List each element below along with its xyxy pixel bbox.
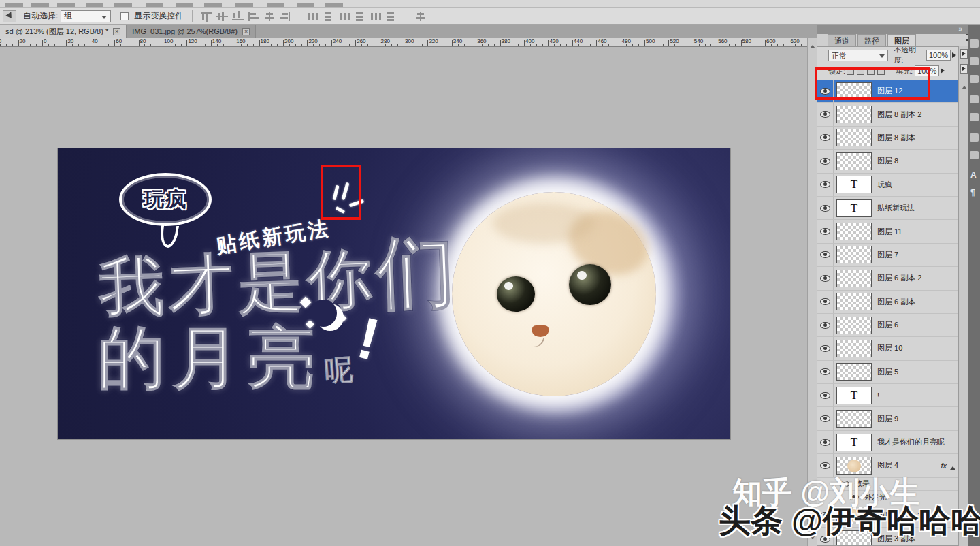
layer-row[interactable]: 图层 5	[817, 361, 958, 384]
menu-item-truncated[interactable]	[267, 3, 284, 7]
layer-name[interactable]: 图层 9	[877, 414, 898, 424]
visibility-toggle[interactable]	[817, 267, 834, 289]
visibility-toggle[interactable]	[817, 314, 834, 336]
layer-name[interactable]: !	[877, 391, 879, 400]
layer-name[interactable]: 图层 6 副本	[877, 297, 915, 307]
history-panel-icon[interactable]	[970, 39, 979, 48]
layer-name[interactable]: 图层 8 副本	[877, 133, 915, 143]
visibility-toggle[interactable]	[817, 407, 834, 430]
visibility-toggle[interactable]	[817, 431, 834, 453]
layer-row[interactable]: T贴纸新玩法	[817, 197, 958, 220]
scroll-up-icon[interactable]	[962, 83, 967, 89]
menu-item-truncated[interactable]	[297, 3, 314, 7]
layer-name[interactable]: 贴纸新玩法	[877, 203, 915, 213]
fx-badge[interactable]: fx	[941, 462, 947, 470]
fill-arrow-icon[interactable]	[960, 64, 968, 74]
opacity-slider-icon[interactable]	[952, 52, 958, 58]
brush-panel-icon[interactable]	[970, 75, 979, 83]
layer-row[interactable]: 图层 6	[817, 314, 958, 337]
layers-panel-scrollbar[interactable]	[958, 46, 968, 546]
distribute-horizontal-icon[interactable]	[308, 12, 319, 21]
clone-source-panel-icon[interactable]	[970, 57, 979, 65]
visibility-toggle[interactable]	[817, 103, 834, 125]
text-layer-thumbnail[interactable]: T	[836, 199, 872, 217]
distribute-vertical-icon[interactable]	[323, 12, 335, 21]
layer-name[interactable]: 图层 5	[877, 367, 898, 377]
layer-thumbnail[interactable]	[836, 152, 872, 170]
fill-slider-icon[interactable]	[941, 68, 947, 74]
layer-row[interactable]: 图层 11	[817, 220, 958, 243]
layer-row[interactable]: T我才是你们的月亮呢	[817, 431, 958, 454]
tab-paths[interactable]: 路径	[858, 34, 886, 46]
show-transform-checkbox[interactable]	[120, 12, 129, 20]
layer-name[interactable]: 图层 10	[877, 343, 902, 353]
visibility-toggle[interactable]	[817, 174, 834, 196]
align-middle-icon[interactable]	[216, 12, 228, 21]
layer-name[interactable]: 图层 6	[877, 320, 898, 330]
visibility-toggle[interactable]	[817, 150, 834, 172]
tab-channels[interactable]: 通道	[828, 34, 856, 46]
layer-thumbnail[interactable]	[836, 363, 872, 381]
character-panel-icon[interactable]: A	[970, 170, 977, 180]
visibility-toggle[interactable]	[817, 337, 834, 359]
layer-name[interactable]: 图层 7	[877, 250, 898, 260]
layer-name[interactable]: 图层 4	[877, 460, 898, 470]
distribute-top-icon[interactable]	[355, 12, 366, 21]
canvas-pasteboard[interactable]: 玩疯 贴纸新玩法 我才是你们 的月亮 呢 !	[0, 47, 807, 546]
layer-thumbnail[interactable]	[836, 129, 872, 146]
tab-layers[interactable]: 图层	[887, 34, 916, 46]
visibility-toggle[interactable]	[817, 127, 834, 149]
layer-thumbnail[interactable]	[836, 270, 872, 287]
close-icon[interactable]: ×	[242, 28, 250, 35]
layer-name[interactable]: 玩疯	[877, 180, 892, 190]
document-vertical-scrollbar[interactable]	[807, 38, 817, 546]
layer-row[interactable]: 图层 6 副本	[817, 291, 958, 314]
layer-name[interactable]: 图层 6 副本 2	[877, 273, 921, 283]
layer-name[interactable]: 图层 11	[877, 227, 902, 237]
banner-artwork[interactable]: 玩疯 贴纸新玩法 我才是你们 的月亮 呢 !	[58, 148, 730, 439]
layer-thumbnail[interactable]	[836, 223, 872, 240]
layer-name[interactable]: 我才是你们的月亮呢	[877, 437, 945, 447]
menu-item-truncated[interactable]	[57, 3, 75, 7]
menu-item-truncated[interactable]	[235, 3, 253, 7]
layer-name[interactable]: 图层 8	[877, 156, 898, 166]
layer-row[interactable]: T玩疯	[817, 174, 958, 197]
align-left-icon[interactable]	[248, 12, 259, 21]
layer-thumbnail[interactable]	[836, 410, 872, 428]
visibility-toggle[interactable]	[817, 197, 834, 219]
blend-mode-dropdown[interactable]: 正常	[828, 50, 888, 61]
layer-row[interactable]: 图层 10	[817, 337, 958, 360]
menu-item-truncated[interactable]	[31, 3, 49, 7]
layer-row[interactable]: 图层 6 副本 2	[817, 267, 958, 290]
align-right-icon[interactable]	[279, 12, 291, 21]
layer-thumbnail[interactable]	[836, 246, 872, 263]
layer-row[interactable]: 图层 8	[817, 150, 958, 173]
document-tab-psd[interactable]: sd @ 213% (图层 12, RGB/8) * ×	[0, 25, 127, 38]
menu-item-truncated[interactable]	[86, 3, 103, 7]
align-center-icon[interactable]	[263, 12, 275, 21]
layer-row[interactable]: 图层 8 副本 2	[817, 103, 958, 126]
menu-item-truncated[interactable]	[325, 3, 343, 7]
auto-select-dropdown[interactable]: 组	[61, 10, 111, 22]
text-layer-thumbnail[interactable]: T	[836, 387, 872, 404]
info-panel-icon[interactable]	[970, 95, 979, 103]
distribute-right-icon[interactable]	[370, 12, 382, 21]
fx-collapse-icon[interactable]	[950, 464, 956, 470]
menu-item-truncated[interactable]	[204, 3, 222, 7]
distribute-left-icon[interactable]	[339, 12, 350, 21]
layer-name[interactable]: 图层 8 副本 2	[877, 110, 921, 120]
layer-thumbnail[interactable]	[836, 340, 872, 357]
layer-row[interactable]: 图层 7	[817, 244, 958, 267]
visibility-toggle[interactable]	[817, 291, 834, 313]
masks-panel-icon[interactable]	[970, 151, 979, 159]
opacity-field[interactable]: 100%	[926, 50, 951, 61]
menu-item-truncated[interactable]	[5, 3, 23, 7]
distribute-bottom-icon[interactable]	[386, 12, 397, 21]
align-top-icon[interactable]	[201, 12, 212, 21]
styles-panel-icon[interactable]	[970, 113, 979, 121]
adjustments-panel-icon[interactable]	[970, 133, 979, 142]
visibility-toggle[interactable]	[817, 220, 834, 242]
document-tab-img031[interactable]: IMG_031.jpg @ 257%(RGB/8#) ×	[127, 25, 256, 38]
scroll-up-icon[interactable]	[810, 42, 815, 48]
visibility-toggle[interactable]	[817, 361, 834, 383]
